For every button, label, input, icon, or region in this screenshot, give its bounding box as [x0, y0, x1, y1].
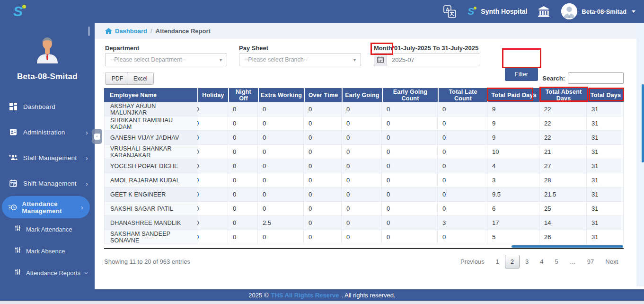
- brand-logo[interactable]: S: [13, 3, 23, 20]
- pagination-3[interactable]: 3: [520, 255, 534, 268]
- value-cell: 9: [487, 102, 539, 116]
- value-cell: 0: [228, 116, 258, 131]
- sidebar-subitem-attendance-reports[interactable]: Attendance Reports ›: [0, 262, 95, 284]
- chevron-right-icon: ›: [81, 204, 83, 211]
- table-row: SHRIKANT RAMBHAU KADAM000000092231: [104, 116, 624, 131]
- value-cell: 0: [228, 145, 258, 159]
- pagination-2[interactable]: 2: [505, 255, 520, 268]
- column-header[interactable]: Total Days: [587, 88, 624, 102]
- sidebar-item-administration[interactable]: Administration ›: [0, 119, 95, 145]
- value-cell: 4: [487, 159, 539, 173]
- sidebar-subitem-mark-absence[interactable]: Mark Absence: [0, 240, 95, 262]
- vertical-scrollbar-thumb[interactable]: [642, 84, 644, 162]
- value-cell: 0: [342, 145, 382, 159]
- column-header[interactable]: Employee Name: [104, 88, 197, 102]
- value-cell: 0: [342, 131, 382, 145]
- horizontal-scrollbar-thumb[interactable]: [512, 245, 623, 248]
- table-row: VRUSHALI SHANKAR KARANJAKAR0000000102131: [104, 145, 624, 159]
- employee-name-cell: DHANASHREE MANDLIK: [104, 216, 197, 230]
- value-cell: 0: [304, 159, 342, 173]
- breadcrumb-dashboard-link[interactable]: Dashboard: [105, 27, 147, 35]
- column-header[interactable]: Early Going: [342, 88, 382, 102]
- value-cell: 0: [342, 216, 382, 230]
- value-cell: 0: [438, 202, 487, 216]
- institution-icon[interactable]: [538, 6, 550, 17]
- value-cell: 31: [587, 145, 624, 159]
- attendance-management-icon: [8, 204, 17, 211]
- value-cell: 22: [539, 102, 587, 116]
- value-cell: 0: [197, 230, 228, 244]
- pagination-5[interactable]: 5: [549, 255, 564, 268]
- app-screen: S A S Synth Hospital: [0, 0, 644, 304]
- employee-name-cell: SAKSHI SAGAR PATIL: [104, 202, 197, 216]
- table-row: DHANASHREE MANDLIK002.50003171431: [104, 216, 624, 230]
- topbar-user-name: Beta-08-Smitad: [582, 8, 626, 15]
- value-cell: 0: [304, 102, 342, 116]
- value-cell: 0: [304, 173, 342, 188]
- caret-down-icon: [632, 10, 635, 13]
- value-cell: 0: [342, 202, 382, 216]
- value-cell: 31: [587, 230, 624, 244]
- value-cell: 0: [228, 202, 258, 216]
- value-cell: 0: [438, 116, 487, 131]
- sidebar-scrollbar[interactable]: [88, 27, 90, 36]
- value-cell: 0: [382, 131, 438, 145]
- chevron-right-icon: ›: [86, 129, 88, 136]
- table-row: YOGESH POPAT DIGHE000000042731: [104, 159, 624, 173]
- translate-icon[interactable]: A: [443, 5, 456, 18]
- sidebar-item-attendance-management[interactable]: Attendance Management ›: [2, 196, 90, 218]
- value-cell: 0: [438, 188, 487, 202]
- sidebar-item-shift-management[interactable]: Shift Management ›: [0, 170, 95, 196]
- pagination-: …: [564, 255, 582, 268]
- sidebar-item-dashboard[interactable]: Dashboard: [0, 94, 95, 119]
- value-cell: 0: [342, 116, 382, 131]
- value-cell: 0: [342, 173, 382, 188]
- column-header[interactable]: Night Off: [228, 88, 258, 102]
- excel-export-button[interactable]: Excel: [127, 72, 154, 85]
- table-row: SAKSHAM SANDEEP SONAVNE000000052631: [104, 230, 624, 244]
- pagination-97[interactable]: 97: [582, 255, 600, 268]
- sidebar-subitem-label: Mark Attendance: [26, 226, 72, 233]
- column-header[interactable]: Early Going Count: [382, 88, 438, 102]
- department-select[interactable]: --Please select Department-- ▾: [105, 53, 227, 66]
- pagination-previous[interactable]: Previous: [455, 255, 490, 268]
- month-input[interactable]: [387, 54, 480, 66]
- footer-link[interactable]: THS All Rights Reserve: [271, 292, 339, 299]
- column-header[interactable]: Total Paid Days: [487, 88, 539, 102]
- column-header[interactable]: Over Time: [304, 88, 342, 102]
- sidebar-item-label: Attendance Management: [22, 200, 90, 215]
- entries-info: Showing 11 to 20 of 963 entries: [104, 258, 190, 265]
- administration-icon: [8, 128, 18, 136]
- value-cell: 31: [587, 202, 624, 216]
- table-row: GANESH VIJAY JADHAV000000092231: [104, 131, 624, 145]
- table-toolbar: PDF Excel Search:: [95, 71, 644, 88]
- value-cell: 0: [228, 102, 258, 116]
- employee-name-cell: GANESH VIJAY JADHAV: [104, 131, 197, 145]
- hospital-name: Synth Hospital: [481, 8, 527, 15]
- value-cell: 17: [487, 216, 539, 230]
- pagination-4[interactable]: 4: [534, 255, 549, 268]
- column-header[interactable]: Total Late Count: [438, 88, 487, 102]
- sidebar-item-staff-management[interactable]: Staff Management ›: [0, 145, 95, 170]
- search-input[interactable]: [568, 72, 624, 84]
- value-cell: 31: [587, 102, 624, 116]
- column-header[interactable]: Total Absent Days: [539, 88, 587, 102]
- column-header[interactable]: Extra Working: [258, 88, 304, 102]
- pagination-next[interactable]: Next: [600, 255, 624, 268]
- value-cell: 0: [258, 202, 304, 216]
- footer-year: 2025 ©: [248, 292, 268, 299]
- value-cell: 0: [304, 230, 342, 244]
- sliders-icon: [15, 268, 21, 277]
- table-bottom-divider: [104, 248, 624, 249]
- value-cell: 0: [304, 188, 342, 202]
- value-cell: 21: [539, 145, 587, 159]
- value-cell: 26: [539, 230, 587, 244]
- pagination-1[interactable]: 1: [490, 255, 505, 268]
- value-cell: 9.5: [487, 188, 539, 202]
- pdf-export-button[interactable]: PDF: [105, 72, 130, 85]
- paysheet-select[interactable]: --Please select Branch-- ▾: [239, 53, 361, 66]
- user-menu[interactable]: Beta-08-Smitad: [561, 3, 635, 19]
- column-header[interactable]: Holiday: [197, 88, 228, 102]
- sidebar-collapse-toggle[interactable]: ‹: [92, 129, 102, 144]
- sidebar-subitem-mark-attendance[interactable]: Mark Attendance: [0, 218, 95, 240]
